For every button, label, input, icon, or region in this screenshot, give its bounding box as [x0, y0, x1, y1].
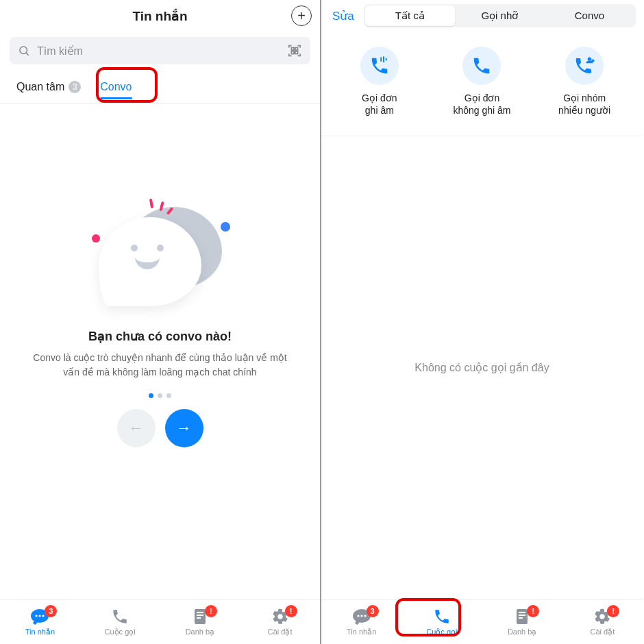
phone-icon — [110, 608, 130, 626]
page-dot[interactable] — [149, 393, 153, 398]
edit-button[interactable]: Sửa — [328, 9, 358, 23]
page-dot[interactable] — [166, 393, 171, 398]
empty-state: Bạn chưa có convo nào! Convo là cuộc trò… — [0, 104, 320, 599]
segment-missed[interactable]: Gọi nhỡ — [455, 5, 545, 26]
nav-label: Danh bạ — [186, 628, 214, 636]
svg-point-20 — [357, 615, 359, 617]
call-options: Gọi đơn ghi âm Gọi đơn không ghi âm Gọi … — [321, 32, 643, 136]
svg-line-1 — [26, 53, 28, 55]
bottom-nav: 3 Tin nhắn Cuộc gọi Danh bạ Cài đặt — [0, 599, 320, 644]
nav-settings[interactable]: Cài đặt — [256, 608, 304, 636]
tab-badge: 3 — [69, 81, 81, 93]
tab-label: Quan tâm — [16, 81, 64, 93]
svg-rect-26 — [519, 617, 523, 619]
search-wrap: Tìm kiếm — [0, 32, 320, 70]
svg-rect-25 — [519, 615, 525, 616]
svg-point-21 — [360, 615, 362, 617]
call-option-label: Gọi nhóm nhiều người — [558, 92, 610, 116]
call-option-group[interactable]: Gọi nhóm nhiều người — [543, 47, 626, 116]
svg-rect-10 — [195, 609, 206, 624]
phone-icon — [432, 608, 452, 626]
compose-button[interactable]: + — [291, 5, 312, 26]
svg-rect-13 — [197, 617, 201, 619]
call-option-label: Gọi đơn ghi âm — [362, 92, 397, 116]
message-tabs: Quan tâm 3 Convo — [0, 70, 320, 104]
nav-badge: 3 — [45, 605, 57, 617]
nav-label: Cài đặt — [591, 628, 615, 636]
empty-title: Bạn chưa có convo nào! — [88, 329, 232, 344]
svg-rect-24 — [519, 612, 525, 613]
svg-point-22 — [364, 615, 366, 617]
tab-convo[interactable]: Convo — [90, 70, 141, 103]
nav-calls[interactable]: Cuộc gọi — [418, 608, 466, 636]
page-indicator — [149, 393, 171, 398]
call-option-norecord[interactable]: Gọi đơn không ghi âm — [441, 47, 523, 116]
search-icon — [18, 45, 30, 57]
nav-alert-badge — [285, 605, 297, 617]
svg-rect-12 — [197, 615, 203, 616]
header: Sửa Tất cả Gọi nhỡ Convo — [321, 0, 643, 32]
empty-subtitle: Convo là cuộc trò chuyện nhanh để cùng t… — [30, 351, 290, 380]
segment-all[interactable]: Tất cả — [365, 5, 455, 26]
call-option-record[interactable]: Gọi đơn ghi âm — [338, 47, 421, 116]
svg-rect-14 — [380, 58, 382, 62]
nav-alert-badge — [527, 605, 539, 617]
svg-rect-2 — [291, 47, 294, 50]
svg-rect-4 — [291, 51, 294, 54]
qr-scan-icon[interactable] — [287, 43, 302, 58]
arrow-right-icon: → — [177, 419, 192, 437]
nav-contacts[interactable]: Danh bạ — [498, 608, 546, 636]
call-option-label: Gọi đơn không ghi âm — [453, 92, 510, 116]
convo-illustration — [85, 179, 236, 317]
phone-record-icon — [360, 47, 399, 85]
segment-control: Tất cả Gọi nhỡ Convo — [364, 4, 636, 27]
svg-point-9 — [42, 615, 45, 617]
page-title: Tin nhắn — [132, 8, 187, 24]
phone-group-icon — [565, 47, 604, 85]
search-placeholder: Tìm kiếm — [37, 45, 280, 58]
screen-calls: Sửa Tất cả Gọi nhỡ Convo Gọi đơn ghi âm … — [321, 0, 643, 644]
nav-alert-badge — [205, 605, 217, 617]
svg-rect-3 — [295, 47, 298, 50]
screen-messages: Tin nhắn + Tìm kiếm Quan tâm 3 Convo — [0, 0, 321, 644]
nav-label: Danh bạ — [508, 628, 536, 636]
pager-arrows: ← → — [117, 409, 203, 447]
nav-label: Cài đặt — [268, 628, 293, 636]
nav-label: Cuộc gọi — [105, 628, 136, 636]
tab-underline — [100, 97, 132, 99]
svg-rect-11 — [197, 612, 203, 613]
tab-care[interactable]: Quan tâm 3 — [7, 70, 90, 103]
page-dot[interactable] — [158, 393, 162, 398]
nav-label: Tin nhắn — [25, 628, 55, 636]
plus-icon: + — [297, 8, 306, 24]
arrow-left-icon: ← — [129, 419, 144, 437]
nav-badge: 3 — [367, 605, 379, 617]
segment-convo[interactable]: Convo — [545, 5, 634, 26]
nav-messages[interactable]: 3 Tin nhắn — [16, 608, 64, 636]
svg-point-0 — [20, 47, 27, 54]
svg-point-8 — [39, 615, 41, 617]
search-input[interactable]: Tìm kiếm — [10, 37, 310, 64]
nav-messages[interactable]: 3 Tin nhắn — [338, 608, 386, 636]
next-button[interactable]: → — [165, 409, 203, 447]
prev-button[interactable]: ← — [117, 409, 156, 447]
nav-label: Tin nhắn — [347, 628, 376, 636]
nav-contacts[interactable]: Danh bạ — [176, 608, 224, 636]
empty-calls-message: Không có cuộc gọi gần đây — [321, 136, 643, 599]
svg-rect-16 — [386, 58, 387, 61]
svg-rect-23 — [517, 609, 528, 624]
bottom-nav: 3 Tin nhắn Cuộc gọi Danh bạ Cài đặt — [321, 599, 643, 644]
nav-calls[interactable]: Cuộc gọi — [96, 608, 144, 636]
header: Tin nhắn + — [0, 0, 320, 32]
nav-label: Cuộc gọi — [426, 628, 457, 636]
nav-settings[interactable]: Cài đặt — [578, 608, 626, 636]
svg-point-17 — [588, 57, 591, 60]
tab-label: Convo — [100, 81, 132, 93]
svg-point-7 — [36, 615, 38, 617]
nav-alert-badge — [607, 605, 619, 617]
svg-rect-15 — [383, 56, 384, 62]
phone-icon — [462, 47, 501, 85]
svg-rect-5 — [295, 51, 298, 54]
